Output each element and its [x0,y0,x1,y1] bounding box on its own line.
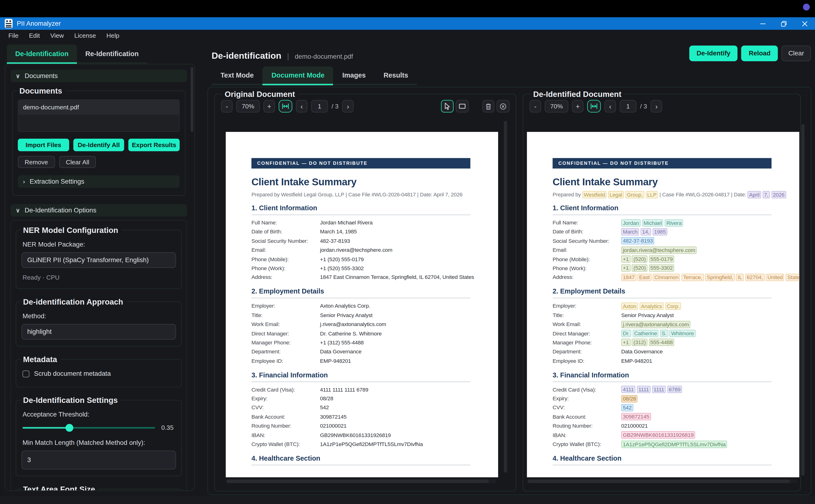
table-row: Employer:Axton Analytics Corp. [251,303,470,310]
pii-highlight: Terrace, [682,274,704,281]
menu-item-file[interactable]: File [3,32,24,39]
clear-annotations-button[interactable] [497,100,510,112]
zoom-out-button[interactable]: - [221,100,232,112]
scrub-metadata-checkbox[interactable] [23,370,29,377]
prev-page-button[interactable]: ‹ [296,100,307,112]
page-number-input[interactable]: 1 [620,100,637,112]
row-value: March 14, 1985 [320,229,357,235]
table-row: Direct Manager:Dr. Catherine S. Whitmore [553,330,771,337]
select-cursor-tool[interactable] [441,100,454,112]
row-label: Routing Number: [251,423,320,429]
page-number-input[interactable]: 1 [311,100,328,112]
close-button[interactable] [794,17,815,30]
deidentified-document-title: De-Identified Document [531,90,624,99]
deidentified-document-page[interactable]: CONFIDENTIAL — DO NOT DISTRIBUTEClient I… [527,132,799,477]
original-hscrollbar[interactable] [226,479,497,483]
original-vscrollbar[interactable] [504,121,507,473]
sidebar-tab-re-identification[interactable]: Re-Identification [77,45,147,64]
clear-button[interactable]: Clear [782,45,811,61]
table-row: Email:jordan.rivera@techsphere.com [553,247,771,253]
row-label: Department: [251,349,320,355]
menu-item-help[interactable]: Help [101,32,124,39]
zoom-level[interactable]: 70% [236,100,260,112]
documents-collapsible[interactable]: ∨ Documents [10,70,187,82]
rectangle-tool[interactable] [456,100,469,112]
original-toolbar: - 70% + ‹ 1 / 3 › [221,100,516,112]
restore-button[interactable] [773,17,794,30]
clear-all-button[interactable]: Clear All [59,156,96,168]
documents-group-title: Documents [18,86,65,95]
deidentified-hscrollbar[interactable] [528,479,798,483]
delete-annotation-button[interactable] [483,100,495,112]
pii-highlight: 14, [641,228,651,235]
minimize-button[interactable] [752,17,773,30]
zoom-in-button[interactable]: + [263,100,275,112]
export-results-button[interactable]: Export Results [128,139,180,151]
section-rule [553,465,771,465]
title-separator: | [287,52,289,60]
deidentification-options-collapsible[interactable]: ∨ De-Identification Options [10,204,187,217]
tab-results[interactable]: Results [375,66,417,85]
pii-highlight: Rivera [665,219,683,226]
table-row: CVV:542 [553,405,771,411]
file-list-item[interactable]: demo-document.pdf [18,100,179,115]
row-label: Email: [553,247,621,253]
row-value: 4111 1111 1111 6789 [320,387,368,393]
pii-highlight: (520) [632,256,647,263]
threshold-slider[interactable] [23,423,155,432]
row-value: 021000021 [320,423,346,429]
row-label: Crypto Wallet (BTC): [251,441,320,448]
fit-width-button[interactable] [279,100,292,112]
table-row: Full Name:Jordan Michael Rivera [251,220,470,226]
titlebar[interactable]: PII Anomalyzer [0,17,815,30]
section-rule [251,465,470,465]
pii-highlight: Analytics [639,302,664,310]
method-select[interactable]: highlight [21,324,176,340]
de-identify-button[interactable]: De-Identify [689,45,738,61]
tab-document-mode[interactable]: Document Mode [263,66,333,85]
next-page-button[interactable]: › [342,100,354,112]
pii-highlight: 08/28 [621,395,637,402]
row-label: Work Email: [553,321,621,328]
table-row: Employee ID:EMP-948201 [553,358,771,364]
zoom-level[interactable]: 70% [545,100,568,112]
tab-text-mode[interactable]: Text Mode [211,66,262,85]
file-list[interactable]: demo-document.pdf [18,99,180,132]
ner-package-select[interactable]: GLiNER PII (SpaCy Transformer, English) [21,252,176,268]
section-heading: 3. Financial Information [553,371,771,379]
import-files-button[interactable]: Import Files [18,139,69,151]
table-row: Routing Number:021000021 [251,423,470,429]
table-row: Date of Birth:March 14, 1985 [251,229,470,235]
zoom-in-button[interactable]: + [572,100,584,112]
table-row: Social Security Number:482-37-8193 [251,238,470,244]
threshold-label: Acceptance Threshold: [23,411,176,418]
bottom-strip [0,496,815,504]
row-label: Phone (Mobile): [251,256,320,263]
row-label: Address: [251,274,320,281]
row-value: jordan.rivera@techsphere.com [621,247,697,253]
reload-button[interactable]: Reload [741,45,778,61]
min-match-input[interactable]: 3 [21,451,176,470]
menu-item-license[interactable]: License [69,32,101,39]
sidebar-tab-de-identification[interactable]: De-Identification [7,45,77,64]
fit-width-button[interactable] [587,100,601,112]
menu-item-view[interactable]: View [45,32,69,39]
restore-icon [781,21,786,26]
remove-button[interactable]: Remove [18,156,55,168]
original-document-page[interactable]: CONFIDENTIAL — DO NOT DISTRIBUTEClient I… [226,132,498,477]
tab-images[interactable]: Images [333,66,375,85]
slider-thumb[interactable] [65,424,73,431]
de-identify-all-button[interactable]: De-Identify All [73,139,124,151]
close-icon [802,21,807,26]
next-page-button[interactable]: › [651,100,662,112]
metadata-group: Metadata Scrub document metadata [16,355,182,387]
row-value: Axton Analytics Corp. [621,303,681,310]
row-value: 482-37-8193 [621,238,654,244]
pii-highlight: Whitmore [670,330,695,337]
extraction-settings-collapsible[interactable]: › Extraction Settings [18,175,180,188]
deidentified-vscrollbar[interactable] [801,124,804,476]
menu-item-edit[interactable]: Edit [24,32,45,39]
sidebar-scrollbar[interactable] [190,67,193,132]
prev-page-button[interactable]: ‹ [604,100,616,112]
zoom-out-button[interactable]: - [530,100,541,112]
